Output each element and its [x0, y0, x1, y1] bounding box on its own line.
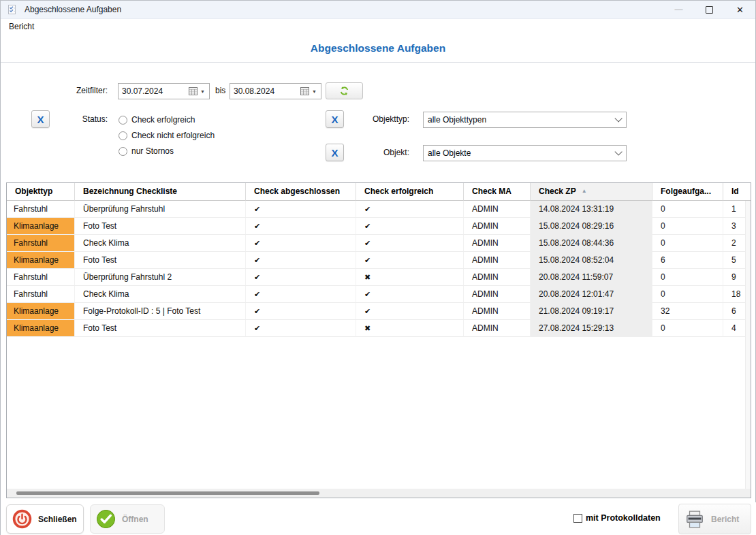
cell-objekttyp: Klimaanlage	[7, 303, 75, 319]
column-header-check-abgeschlossen[interactable]: Check abgeschlossen	[246, 183, 356, 201]
checklist-app-icon	[7, 4, 18, 15]
cell-bezeichnung: Check Klima	[75, 235, 246, 251]
radio-label: Check nicht erfolgreich	[131, 131, 215, 140]
column-header-check-zp[interactable]: Check ZP▲	[531, 183, 652, 201]
page-title: Abgeschlossene Aufgaben	[311, 42, 445, 54]
radio-nur-stornos[interactable]	[119, 147, 127, 156]
cell-objekttyp: Fahrstuhl	[7, 201, 75, 217]
column-header-id[interactable]: Id	[723, 183, 751, 201]
cell-check-ma: ADMIN	[464, 320, 531, 336]
radio-check-nicht-erfolgreich[interactable]	[119, 131, 127, 140]
cell-bezeichnung: Foto Test	[75, 252, 246, 268]
maximize-icon	[706, 6, 713, 14]
date-from-input[interactable]	[119, 86, 178, 96]
cell-check-abgeschlossen: ✔	[246, 269, 356, 285]
objekt-selected-value: alle Objekte	[428, 148, 471, 158]
horizontal-scrollbar-thumb[interactable]	[16, 491, 319, 495]
cell-check-ma: ADMIN	[464, 235, 531, 251]
radio-label: nur Stornos	[131, 146, 174, 156]
open-button[interactable]: Öffnen	[90, 504, 165, 534]
table-row[interactable]: Fahrstuhl Überprüfung Fahrstuhl ✔ ✔ ADMI…	[7, 201, 751, 218]
column-header-objekttyp[interactable]: Objekttyp	[7, 183, 75, 201]
table-row[interactable]: Fahrstuhl Check Klima ✔ ✔ ADMIN 15.08.20…	[7, 235, 751, 252]
date-from-picker-button[interactable]: ▼	[189, 87, 209, 95]
table-row[interactable]: Klimaanlage Foto Test ✔ ✖ ADMIN 27.08.20…	[7, 320, 751, 337]
table-header-row: Objekttyp Bezeichnung Checkliste Check a…	[7, 183, 751, 201]
table-row[interactable]: Fahrstuhl Überprüfung Fahrstuhl 2 ✔ ✖ AD…	[7, 269, 751, 286]
cell-check-erfolgreich: ✔	[356, 201, 464, 217]
open-button-label: Öffnen	[122, 515, 148, 524]
cell-objekttyp: Fahrstuhl	[7, 286, 75, 302]
column-header-check-ma[interactable]: Check MA	[464, 183, 531, 201]
cell-bezeichnung: Foto Test	[75, 218, 246, 234]
objekttyp-select[interactable]: alle Objekttypen	[423, 112, 627, 128]
cell-check-zp: 20.08.2024 12:01:47	[531, 286, 652, 302]
dropdown-caret-icon: ▼	[312, 89, 317, 94]
table-row[interactable]: Klimaanlage Foto Test ✔ ✔ ADMIN 15.08.20…	[7, 218, 751, 235]
radio-check-erfolgreich[interactable]	[119, 116, 127, 125]
cell-check-erfolgreich: ✔	[356, 303, 464, 319]
table-row[interactable]: Fahrstuhl Check Klima ✔ ✔ ADMIN 20.08.20…	[7, 286, 751, 303]
table-body: Fahrstuhl Überprüfung Fahrstuhl ✔ ✔ ADMI…	[7, 201, 751, 337]
cell-bezeichnung: Überprüfung Fahrstuhl	[75, 201, 246, 217]
status-option-nur-stornos: nur Stornos	[119, 146, 174, 157]
calendar-icon	[300, 87, 309, 95]
protokolldaten-checkbox[interactable]	[573, 514, 582, 523]
column-header-bezeichnung[interactable]: Bezeichnung Checkliste	[75, 183, 246, 201]
column-header-check-erfolgreich[interactable]: Check erfolgreich	[356, 183, 464, 201]
cell-check-ma: ADMIN	[464, 303, 531, 319]
cell-check-ma: ADMIN	[464, 201, 531, 217]
cell-check-erfolgreich: ✖	[356, 320, 464, 336]
table-row[interactable]: Klimaanlage Foto Test ✔ ✔ ADMIN 15.08.20…	[7, 252, 751, 269]
clear-objekttyp-filter-button[interactable]: X	[326, 110, 344, 128]
maximize-button[interactable]	[694, 1, 725, 18]
cell-check-ma: ADMIN	[464, 269, 531, 285]
clear-objekt-filter-button[interactable]: X	[326, 144, 344, 161]
cell-folgeaufgabe: 32	[652, 303, 723, 319]
column-header-folgeaufgabe[interactable]: Folgeaufga...	[652, 183, 723, 201]
heading-bar: Abgeschlossene Aufgaben	[1, 34, 755, 63]
cell-check-erfolgreich: ✔	[356, 235, 464, 251]
filter-panel: Zeitfilter: ▼ bis ▼	[1, 63, 755, 182]
table-row[interactable]: Klimaanlage Folge-Protokoll-ID : 5 | Fot…	[7, 303, 751, 320]
cell-check-erfolgreich: ✔	[356, 218, 464, 234]
protokolldaten-label: mit Protokolldaten	[586, 513, 661, 523]
date-from-field: ▼	[118, 83, 210, 99]
close-button[interactable]: ✕	[725, 1, 755, 18]
minimize-button[interactable]: —	[663, 1, 694, 18]
cell-check-ma: ADMIN	[464, 252, 531, 268]
objekt-label: Objekt:	[355, 148, 409, 157]
cell-check-zp: 21.08.2024 09:19:17	[531, 303, 652, 319]
date-to-picker-button[interactable]: ▼	[300, 87, 321, 95]
refresh-button[interactable]	[326, 82, 363, 99]
cell-folgeaufgabe: 0	[652, 320, 723, 336]
cell-check-zp: 15.08.2024 08:44:36	[531, 235, 652, 251]
printer-icon	[684, 509, 705, 530]
date-to-input[interactable]	[230, 86, 290, 96]
window-controls: — ✕	[663, 1, 755, 18]
cell-objekttyp: Fahrstuhl	[7, 269, 75, 285]
cell-check-abgeschlossen: ✔	[246, 286, 356, 302]
clear-status-filter-button[interactable]: X	[31, 110, 50, 128]
vertical-scrollbar[interactable]	[745, 201, 751, 489]
cell-check-abgeschlossen: ✔	[246, 235, 356, 251]
cell-objekttyp: Klimaanlage	[7, 252, 75, 268]
cell-objekttyp: Fahrstuhl	[7, 235, 75, 251]
cell-folgeaufgabe: 0	[652, 218, 723, 234]
bis-label: bis	[215, 86, 225, 95]
dropdown-caret-icon: ▼	[200, 89, 205, 94]
cell-check-zp: 15.08.2024 08:52:04	[531, 252, 652, 268]
cell-check-abgeschlossen: ✔	[246, 252, 356, 268]
cell-check-zp: 15.08.2024 08:29:16	[531, 218, 652, 234]
menu-bar: Bericht	[1, 19, 755, 34]
report-button[interactable]: Bericht	[678, 504, 751, 534]
cell-objekttyp: Klimaanlage	[7, 218, 75, 234]
cell-bezeichnung: Überprüfung Fahrstuhl 2	[75, 269, 246, 285]
horizontal-scrollbar[interactable]	[7, 489, 751, 498]
close-button-footer[interactable]: Schließen	[6, 504, 84, 534]
menu-item-bericht[interactable]: Bericht	[6, 20, 37, 33]
report-button-label: Bericht	[711, 515, 739, 524]
date-to-field: ▼	[230, 83, 321, 99]
chevron-down-icon	[614, 114, 622, 122]
objekt-select[interactable]: alle Objekte	[423, 145, 627, 161]
